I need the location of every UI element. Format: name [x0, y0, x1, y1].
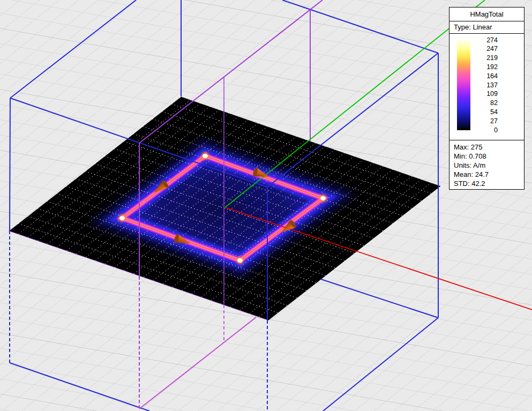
scale-tick: 27	[474, 117, 498, 125]
legend-panel[interactable]: HMagTotal Type: Linear 27424721919216413…	[449, 7, 524, 190]
scale-tick: 82	[474, 99, 498, 107]
field-plot-plane	[9, 96, 441, 320]
scale-tick: 274	[474, 36, 498, 44]
scale-tick: 247	[474, 45, 498, 53]
stat-line: Units: A/m	[454, 161, 524, 170]
airbox-edge	[282, 0, 438, 53]
airbox-edge	[10, 363, 149, 411]
stat-line: STD: 42.2	[454, 179, 524, 188]
airbox-edge	[10, 0, 136, 98]
hotspot	[319, 195, 327, 202]
hotspot	[201, 152, 209, 160]
scale-tick: 192	[474, 63, 498, 71]
stat-line: Max: 275	[454, 143, 524, 152]
stat-line: Min: 0.708	[454, 152, 524, 161]
airbox-edge	[321, 279, 438, 318]
scale-tick: 54	[474, 108, 498, 116]
colorbar	[457, 40, 470, 130]
scale-tick: 137	[474, 81, 498, 89]
scale-tick: 0	[474, 126, 498, 134]
sheet-edge	[139, 317, 256, 409]
scale-tick: 109	[474, 90, 498, 98]
legend-scale-section: 2742472191921641371098254270	[449, 34, 524, 140]
legend-scale-type: Type: Linear	[449, 21, 524, 34]
scale-tick: 219	[474, 54, 498, 62]
airbox-edge	[323, 318, 438, 411]
application-viewport: { "legend": { "title": "HMagTotal", "typ…	[0, 0, 532, 411]
stat-line: Mean: 24.7	[454, 170, 524, 179]
hotspot	[118, 214, 126, 222]
airbox-edge	[10, 98, 10, 231]
hotspot	[236, 257, 244, 264]
scale-tick: 164	[474, 72, 498, 80]
legend-stats: Max: 275Min: 0.708Units: A/mMean: 24.7ST…	[449, 140, 524, 188]
legend-title: HMagTotal	[449, 8, 524, 21]
